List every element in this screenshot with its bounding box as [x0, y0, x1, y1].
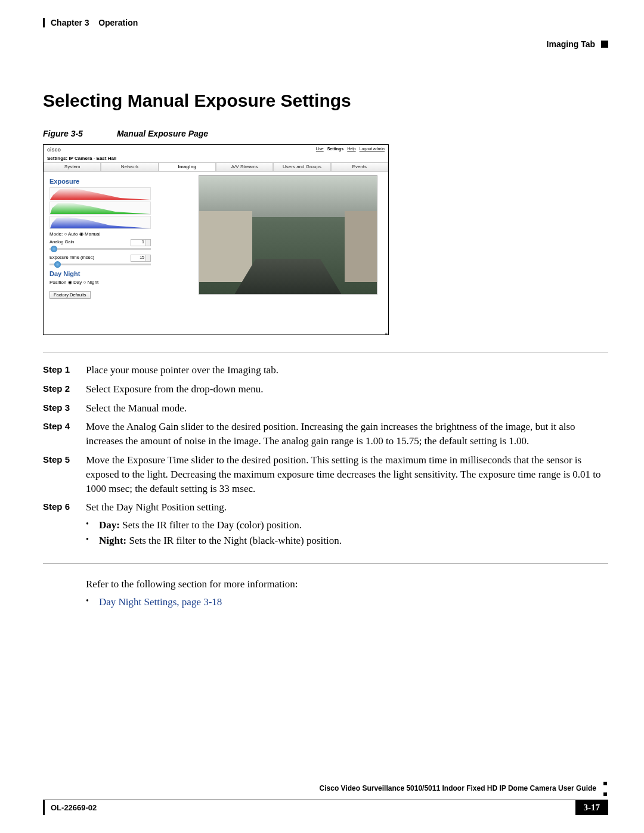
page-number: 3-17 [575, 800, 609, 815]
tab-events[interactable]: Events [331, 162, 388, 172]
figure-caption: Figure 3-5 Manual Exposure Page [43, 129, 608, 138]
logo: cisco [47, 147, 61, 153]
exposure-section-title: Exposure [49, 178, 193, 185]
histogram-green [49, 202, 151, 215]
bullet-day-text: Sets the IR filter to the Day (color) po… [120, 519, 302, 531]
link-logout[interactable]: Logout admin [360, 147, 385, 151]
analog-gain-slider[interactable] [49, 248, 151, 250]
histogram-blue [49, 216, 151, 229]
step-text: Select Exposure from the drop-down menu. [86, 382, 608, 397]
mode-label: Mode: [49, 231, 63, 237]
step-label: Step 2 [43, 382, 86, 397]
factory-defaults-button[interactable]: Factory Defaults [49, 291, 91, 299]
section-name: Imaging Tab [547, 39, 595, 49]
footer-doc-id: OL-22669-02 [51, 803, 97, 812]
chapter-number: Chapter 3 [51, 18, 89, 27]
refer-text: Refer to the following section for more … [86, 578, 608, 590]
analog-gain-spinner[interactable] [146, 239, 151, 246]
step-label: Step 5 [43, 453, 86, 496]
step-text: Move the Exposure Time slider to the des… [86, 453, 608, 496]
bullet-night-bold: Night: [99, 535, 126, 546]
tab-bar: System Network Imaging A/V Streams Users… [44, 162, 388, 172]
divider [43, 352, 608, 352]
tab-network[interactable]: Network [101, 162, 158, 172]
step-text: Select the Manual mode. [86, 401, 608, 416]
bullet-night-text: Sets the IR filter to the Night (black-w… [126, 535, 342, 546]
step-label: Step 6 [43, 500, 86, 515]
footer-guide-title: Cisco Video Surveillance 5010/5011 Indoo… [43, 784, 596, 794]
tab-imaging[interactable]: Imaging [159, 162, 216, 172]
page-header: Chapter 3 Operation [43, 18, 608, 27]
figure-id-tag: 278798 [384, 332, 389, 335]
chapter-title: Operation [98, 18, 138, 27]
histogram-red [49, 187, 151, 200]
steps-list: Step 1Place your mouse pointer over the … [43, 363, 608, 515]
figure-title: Manual Exposure Page [117, 129, 208, 138]
link-settings[interactable]: Settings [327, 147, 344, 151]
radio-day[interactable]: ◉ [68, 280, 73, 285]
step-text: Move the Analog Gain slider to the desir… [86, 420, 608, 448]
tab-av-streams[interactable]: A/V Streams [216, 162, 273, 172]
step-label: Step 4 [43, 420, 86, 448]
top-links: Live Settings Help Logout admin [314, 147, 385, 153]
daynight-section-title: Day Night [49, 270, 193, 277]
bullet-icon: • [86, 596, 99, 606]
figure-screenshot: cisco Live Settings Help Logout admin Se… [43, 144, 389, 335]
bullet-icon: • [86, 519, 99, 529]
analog-gain-input[interactable]: 1 [131, 239, 146, 246]
camera-preview [199, 175, 377, 295]
tab-users-groups[interactable]: Users and Groups [273, 162, 330, 172]
page-footer: Cisco Video Surveillance 5010/5011 Indoo… [43, 778, 608, 815]
link-live[interactable]: Live [316, 147, 324, 151]
exposure-time-slider[interactable] [49, 264, 151, 265]
bullet-day-bold: Day: [99, 519, 120, 531]
page-title: Selecting Manual Exposure Settings [43, 91, 608, 111]
tab-system[interactable]: System [44, 162, 101, 172]
divider [43, 563, 608, 564]
section-marker-icon [601, 41, 608, 48]
bullet-icon: • [86, 535, 99, 544]
figure-number: Figure 3-5 [43, 129, 114, 138]
exposure-time-input[interactable]: 15 [131, 255, 146, 262]
step-label: Step 3 [43, 401, 86, 416]
step-text: Set the Day Night Position setting. [86, 500, 608, 515]
cross-reference-link[interactable]: Day Night Settings, page 3-18 [99, 596, 222, 608]
step-label: Step 1 [43, 363, 86, 377]
settings-breadcrumb: Settings: IP Camera - East Hall [44, 154, 388, 162]
exposure-time-spinner[interactable] [146, 255, 151, 262]
position-label: Position [49, 280, 66, 285]
step-text: Place your mouse pointer over the Imagin… [86, 363, 608, 377]
radio-manual[interactable]: ◉ [79, 231, 85, 237]
link-help[interactable]: Help [347, 147, 355, 151]
